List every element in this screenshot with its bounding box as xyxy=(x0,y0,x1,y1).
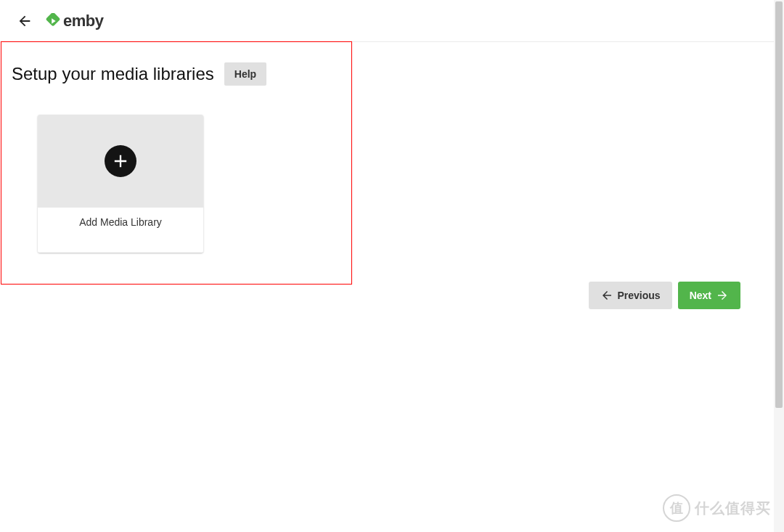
card-label: Add Media Library xyxy=(38,208,203,253)
watermark-text: 什么值得买 xyxy=(695,499,771,518)
watermark: 值 什么值得买 xyxy=(663,494,771,522)
arrow-left-icon xyxy=(600,289,613,302)
page-title: Setup your media libraries xyxy=(12,64,214,84)
arrow-right-icon xyxy=(716,289,729,302)
brand-name: emby xyxy=(63,12,103,30)
scrollbar-thumb[interactable] xyxy=(775,1,783,408)
previous-label: Previous xyxy=(618,290,661,301)
next-label: Next xyxy=(690,290,711,301)
brand-logo[interactable]: emby xyxy=(45,12,103,30)
card-image-area xyxy=(38,115,203,208)
main-content: Setup your media libraries Help Add Medi… xyxy=(0,42,784,253)
watermark-badge: 值 xyxy=(663,494,690,522)
add-library-card[interactable]: Add Media Library xyxy=(38,115,203,253)
help-button[interactable]: Help xyxy=(224,62,266,86)
arrow-left-icon xyxy=(17,13,33,29)
emby-logo-icon xyxy=(45,13,61,29)
plus-icon-circle xyxy=(105,145,136,177)
header-row: Setup your media libraries Help xyxy=(12,62,772,86)
back-button[interactable] xyxy=(12,8,38,34)
scrollbar-track[interactable] xyxy=(774,0,784,532)
plus-icon xyxy=(110,151,131,171)
top-bar: emby xyxy=(0,0,784,42)
next-button[interactable]: Next xyxy=(678,282,740,309)
nav-buttons: Previous Next xyxy=(589,282,741,309)
previous-button[interactable]: Previous xyxy=(589,282,672,309)
